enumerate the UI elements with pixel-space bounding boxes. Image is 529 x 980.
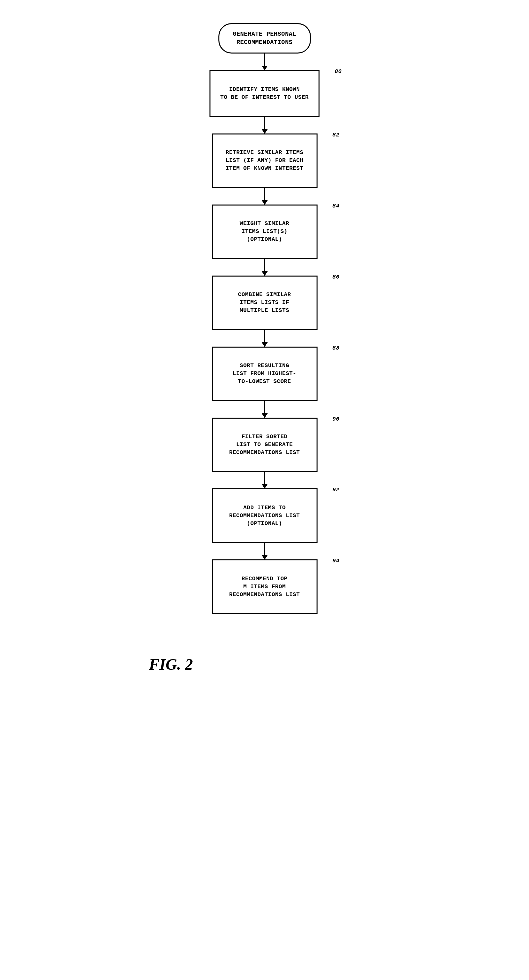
node-90-wrapper: FILTER SORTED LIST TO GENERATE RECOMMEND…	[149, 418, 380, 472]
node-90-text: FILTER SORTED LIST TO GENERATE RECOMMEND…	[229, 433, 300, 456]
node-82: RETRIEVE SIMILAR ITEMS LIST (IF ANY) FOR…	[212, 134, 317, 188]
ref-88: 88	[332, 344, 339, 352]
ref-86: 86	[332, 273, 339, 281]
node-94-text: RECOMMEND TOP M ITEMS FROM RECOMMENDATIO…	[229, 576, 300, 598]
node-92-wrapper: ADD ITEMS TO RECOMMENDATIONS LIST (OPTIO…	[149, 488, 380, 543]
arrow-7	[264, 472, 265, 488]
node-88-text: SORT RESULTING LIST FROM HIGHEST- TO-LOW…	[233, 363, 296, 385]
ref-80: 80	[335, 68, 342, 76]
node-94: RECOMMEND TOP M ITEMS FROM RECOMMENDATIO…	[212, 559, 317, 614]
fig-label-text: FIG. 2	[149, 655, 193, 673]
start-node-wrapper: GENERATE PERSONAL RECOMMENDATIONS	[149, 23, 380, 54]
ref-84: 84	[332, 202, 339, 210]
arrow-6	[264, 401, 265, 418]
node-86-text: COMBINE SIMILAR ITEMS LISTS IF MULTIPLE …	[238, 291, 291, 313]
node-88: SORT RESULTING LIST FROM HIGHEST- TO-LOW…	[212, 347, 317, 401]
node-86-wrapper: COMBINE SIMILAR ITEMS LISTS IF MULTIPLE …	[149, 275, 380, 330]
node-80-text: IDENTIFY ITEMS KNOWN TO BE OF INTEREST T…	[220, 86, 309, 100]
ref-94: 94	[332, 557, 339, 565]
node-84-wrapper: WEIGHT SIMILAR ITEMS LIST(S) (OPTIONAL) …	[149, 205, 380, 259]
node-86: COMBINE SIMILAR ITEMS LISTS IF MULTIPLE …	[212, 275, 317, 330]
node-88-wrapper: SORT RESULTING LIST FROM HIGHEST- TO-LOW…	[149, 347, 380, 401]
ref-82: 82	[332, 131, 339, 139]
node-80-wrapper: IDENTIFY ITEMS KNOWN TO BE OF INTEREST T…	[149, 70, 380, 117]
diagram-container: GENERATE PERSONAL RECOMMENDATIONS IDENTI…	[149, 13, 380, 680]
arrow-4	[264, 259, 265, 275]
node-82-text: RETRIEVE SIMILAR ITEMS LIST (IF ANY) FOR…	[226, 150, 303, 172]
arrow-2	[264, 117, 265, 134]
arrow-8	[264, 543, 265, 559]
node-90: FILTER SORTED LIST TO GENERATE RECOMMEND…	[212, 418, 317, 472]
ref-90: 90	[332, 415, 339, 423]
node-94-wrapper: RECOMMEND TOP M ITEMS FROM RECOMMENDATIO…	[149, 559, 380, 614]
ref-92: 92	[332, 486, 339, 494]
node-84-text: WEIGHT SIMILAR ITEMS LIST(S) (OPTIONAL)	[240, 220, 290, 242]
start-node: GENERATE PERSONAL RECOMMENDATIONS	[218, 23, 311, 54]
node-92-text: ADD ITEMS TO RECOMMENDATIONS LIST (OPTIO…	[229, 504, 300, 527]
node-84: WEIGHT SIMILAR ITEMS LIST(S) (OPTIONAL) …	[212, 205, 317, 259]
arrow-3	[264, 188, 265, 205]
node-82-wrapper: RETRIEVE SIMILAR ITEMS LIST (IF ANY) FOR…	[149, 134, 380, 188]
arrow-1	[264, 54, 265, 70]
figure-label: FIG. 2	[149, 655, 193, 673]
arrow-5	[264, 330, 265, 347]
node-92: ADD ITEMS TO RECOMMENDATIONS LIST (OPTIO…	[212, 488, 317, 543]
node-80: IDENTIFY ITEMS KNOWN TO BE OF INTEREST T…	[209, 70, 320, 117]
